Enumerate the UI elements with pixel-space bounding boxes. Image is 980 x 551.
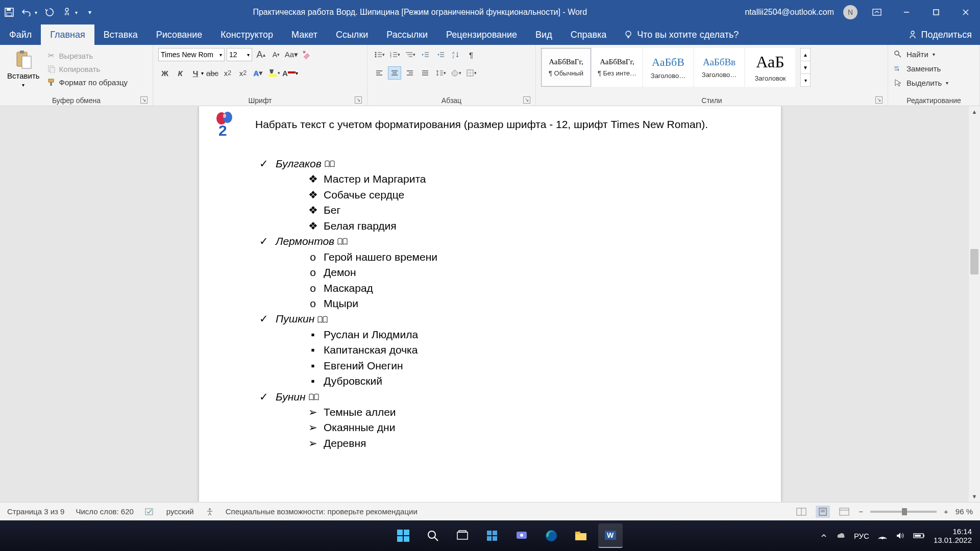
tab-insert[interactable]: Вставка (94, 24, 147, 45)
gallery-scroll[interactable]: ▲ ▼ ▾ (800, 48, 811, 87)
grow-font-button[interactable]: A▴ (254, 48, 267, 61)
read-mode-icon[interactable] (794, 506, 808, 518)
widgets-icon[interactable] (480, 523, 504, 548)
network-icon[interactable] (877, 532, 888, 540)
change-case-button[interactable]: Aa▾ (285, 48, 298, 61)
replace-button[interactable]: ab Заменить (893, 62, 941, 74)
style-item[interactable]: АаБЗаголовок (745, 48, 795, 87)
zoom-out-button[interactable]: − (859, 507, 863, 516)
edge-icon[interactable] (539, 523, 564, 548)
shrink-font-button[interactable]: A▾ (270, 48, 283, 61)
strikethrough-button[interactable]: abc (206, 66, 219, 80)
find-button[interactable]: Найти ▾ (893, 48, 935, 60)
gallery-up-icon[interactable]: ▲ (801, 48, 810, 61)
subscript-button[interactable]: x2 (221, 66, 234, 80)
battery-icon[interactable] (913, 532, 925, 539)
close-icon[interactable] (955, 4, 976, 20)
scroll-thumb[interactable] (970, 249, 978, 274)
save-icon[interactable] (4, 7, 14, 17)
sort-button[interactable]: AZ (449, 48, 462, 61)
search-taskbar-icon[interactable] (421, 523, 445, 548)
bullets-button[interactable]: ▾ (373, 48, 386, 61)
underline-dropdown[interactable]: ▾ (201, 70, 204, 76)
chat-icon[interactable] (509, 523, 534, 548)
gallery-more-icon[interactable]: ▾ (801, 74, 810, 86)
touch-mode-icon[interactable] (62, 7, 72, 17)
page-indicator[interactable]: Страница 3 из 9 (7, 507, 64, 516)
styles-launcher[interactable]: ↘ (875, 96, 883, 104)
font-color-button[interactable]: A (282, 66, 296, 80)
scroll-up-icon[interactable]: ▲ (969, 106, 980, 117)
font-name-combo[interactable]: Times New Rom▾ (158, 48, 225, 61)
task-view-icon[interactable] (450, 523, 475, 548)
tab-references[interactable]: Ссылки (327, 24, 377, 45)
accessibility-text[interactable]: Специальные возможности: проверьте реком… (226, 507, 418, 516)
line-spacing-button[interactable]: ▾ (434, 66, 447, 80)
tell-me-search[interactable]: Что вы хотите сделать? (616, 24, 747, 45)
clear-formatting-button[interactable] (300, 48, 313, 61)
scroll-down-icon[interactable]: ▼ (969, 491, 980, 502)
font-size-combo[interactable]: 12▾ (227, 48, 252, 61)
page[interactable]: 2 Набрать текст с учетом форматирования … (199, 106, 781, 502)
tab-help[interactable]: Справка (561, 24, 616, 45)
tab-mailings[interactable]: Рассылки (377, 24, 437, 45)
clipboard-launcher[interactable]: ↘ (140, 96, 148, 104)
explorer-icon[interactable] (569, 523, 593, 548)
tab-home[interactable]: Главная (41, 24, 94, 45)
minimize-icon[interactable] (896, 4, 917, 20)
align-center-button[interactable] (388, 66, 401, 80)
vertical-scrollbar[interactable]: ▲ ▼ (969, 106, 980, 502)
bold-button[interactable]: Ж (158, 66, 172, 80)
font-color-dropdown[interactable]: ▾ (296, 70, 298, 76)
align-left-button[interactable] (373, 66, 386, 80)
style-item[interactable]: АаБбВвГг,¶ Без инте… (592, 48, 642, 87)
borders-button[interactable]: ▾ (464, 66, 478, 80)
paragraph-launcher[interactable]: ↘ (523, 96, 530, 104)
tray-clock[interactable]: 16:14 13.01.2022 (934, 527, 972, 545)
zoom-level[interactable]: 96 % (955, 507, 973, 516)
increase-indent-button[interactable] (434, 48, 447, 61)
paste-button[interactable]: Вставить ▾ (5, 48, 42, 90)
spellcheck-icon[interactable] (145, 507, 155, 516)
shading-button[interactable]: ▾ (449, 66, 462, 80)
qat-customize-icon[interactable]: ▾ (85, 7, 95, 17)
maximize-icon[interactable] (926, 4, 946, 20)
underline-button[interactable]: Ч (189, 66, 202, 80)
tray-chevron-icon[interactable] (820, 532, 827, 539)
tab-review[interactable]: Рецензирование (437, 24, 526, 45)
undo-dropdown-icon[interactable]: ▾ (35, 10, 37, 15)
ribbon-display-icon[interactable] (867, 4, 887, 20)
start-button[interactable] (391, 523, 415, 548)
tab-layout[interactable]: Макет (282, 24, 327, 45)
italic-button[interactable]: К (174, 66, 187, 80)
tab-view[interactable]: Вид (526, 24, 561, 45)
avatar[interactable]: N (843, 5, 857, 19)
font-launcher[interactable]: ↘ (355, 96, 362, 104)
onedrive-icon[interactable] (836, 532, 846, 540)
text-effects-button[interactable]: A▾ (252, 66, 265, 80)
align-right-button[interactable] (403, 66, 416, 80)
tray-language[interactable]: РУС (854, 532, 869, 540)
undo-icon[interactable] (21, 7, 32, 17)
print-layout-icon[interactable] (816, 506, 830, 518)
zoom-in-button[interactable]: + (944, 507, 948, 516)
zoom-slider[interactable] (870, 511, 937, 513)
highlight-button[interactable]: ▾ (267, 66, 280, 80)
volume-icon[interactable] (896, 532, 905, 540)
language-indicator[interactable]: русский (166, 507, 194, 516)
tab-design[interactable]: Конструктор (211, 24, 282, 45)
style-item[interactable]: АаБбВвЗаголово… (694, 48, 744, 87)
web-layout-icon[interactable] (837, 506, 851, 518)
gallery-down-icon[interactable]: ▼ (801, 61, 810, 74)
word-icon[interactable]: W (598, 523, 623, 548)
style-item[interactable]: АаБбВвГг,¶ Обычный (541, 48, 591, 87)
decrease-indent-button[interactable] (419, 48, 432, 61)
tab-draw[interactable]: Рисование (147, 24, 212, 45)
format-painter-button[interactable]: Формат по образцу (47, 77, 128, 88)
superscript-button[interactable]: x2 (236, 66, 250, 80)
word-count[interactable]: Число слов: 620 (76, 507, 133, 516)
redo-icon[interactable] (44, 7, 55, 17)
style-item[interactable]: АаБбВЗаголово… (643, 48, 693, 87)
user-email[interactable]: ntallii2504@outlook.com (745, 8, 834, 17)
multilevel-list-button[interactable]: ▾ (403, 48, 416, 61)
